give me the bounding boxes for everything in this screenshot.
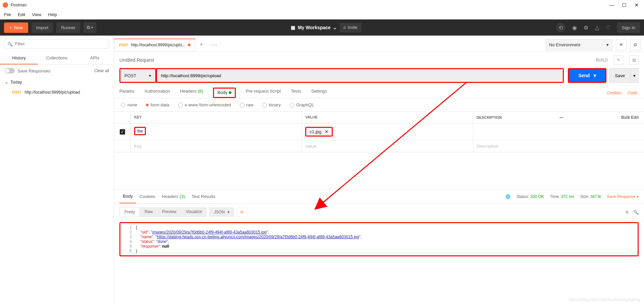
view-visualize[interactable]: Visualize <box>181 207 207 217</box>
code-link[interactable]: Code <box>628 91 637 95</box>
tab-settings[interactable]: Settings <box>311 89 327 97</box>
chevron-down-icon: ▾ <box>149 73 151 78</box>
search-response-icon[interactable]: 🔍 <box>633 210 639 215</box>
method-dropdown[interactable]: POST▾ <box>119 68 156 83</box>
toolbar: +New Import Runner ⧉ ▾ ▦ My Workspace ⌵ … <box>0 19 644 36</box>
description-input[interactable] <box>477 129 641 134</box>
bulk-edit-link[interactable]: Bulk Edit <box>621 115 641 120</box>
close-icon[interactable]: ✕ <box>635 2 639 8</box>
body-type-none[interactable]: none <box>121 102 137 107</box>
file-chip[interactable]: c1.jpg ✕ <box>305 127 333 137</box>
resp-tab-test-results[interactable]: Test Results <box>188 190 219 203</box>
new-button[interactable]: +New <box>4 22 28 33</box>
comment-icon[interactable]: ✎ <box>614 55 623 65</box>
formdata-table: KEY VALUE DESCRIPTION ••• Bulk Edit ✓ fi… <box>114 111 644 152</box>
size-value: 347 B <box>590 194 601 199</box>
resp-tab-cookies[interactable]: Cookies <box>136 190 159 203</box>
content: POST http://localhost:8999/pic/uplo... +… <box>114 36 644 304</box>
environment-dropdown[interactable]: No Environment▾ <box>545 39 612 50</box>
runner-button[interactable]: Runner <box>56 22 80 33</box>
menu-edit[interactable]: Edit <box>18 12 25 17</box>
filter-input[interactable] <box>5 39 109 49</box>
remove-file-icon[interactable]: ✕ <box>325 129 328 134</box>
tab-params[interactable]: Params <box>119 89 135 97</box>
wrap-lines-button[interactable]: ⟲ <box>237 207 247 217</box>
view-preview[interactable]: Preview <box>157 207 181 217</box>
body-type-graphql[interactable]: GraphQL <box>289 102 314 107</box>
save-responses-toggle[interactable] <box>5 68 15 73</box>
heart-icon[interactable]: ♡ <box>606 24 610 31</box>
grid-icon: ▦ <box>291 25 295 30</box>
response-pane: Body Cookies Headers (3) Test Results 🌐 … <box>114 189 644 304</box>
table-row: ✓ file c1.jpg ✕ <box>114 123 644 140</box>
open-new-window-button[interactable]: ⧉ ▾ <box>84 22 96 33</box>
resp-tab-headers[interactable]: Headers (3) <box>159 190 189 203</box>
capture-icon[interactable]: ◉ <box>572 24 577 31</box>
save-button[interactable]: Save <box>609 68 631 83</box>
description-input[interactable] <box>477 144 641 149</box>
environment-quick-look-button[interactable]: 👁 <box>616 39 627 50</box>
request-name[interactable]: Untitled Request <box>119 57 154 63</box>
url-input[interactable] <box>156 68 564 83</box>
value-input[interactable] <box>305 144 469 149</box>
tab-headers[interactable]: Headers (8) <box>180 89 203 97</box>
body-type-raw[interactable]: raw <box>240 102 254 107</box>
save-dropdown-button[interactable]: ▾ <box>631 68 639 83</box>
row-checkbox[interactable]: ✓ <box>120 129 125 135</box>
watermark: https://blog.csdn.net/chuanchengdabing <box>569 297 640 302</box>
sidebar-tab-apis[interactable]: APIs <box>76 52 114 64</box>
sync-icon[interactable]: ⟲ <box>556 23 566 32</box>
bell-icon[interactable]: △ <box>595 24 599 31</box>
key-input[interactable] <box>134 144 298 149</box>
add-tab-button[interactable]: + <box>196 38 207 52</box>
sidebar-tab-history[interactable]: History <box>0 52 38 64</box>
menubar: File Edit View Help <box>0 10 644 19</box>
build-label[interactable]: BUILD <box>596 58 608 62</box>
clear-all-link[interactable]: Clear all <box>94 68 109 73</box>
signin-button[interactable]: Sign In <box>617 22 640 33</box>
tabs-menu-button[interactable]: ⋯ <box>207 38 221 52</box>
tab-prerequest[interactable]: Pre-request Script <box>246 89 281 97</box>
import-button[interactable]: Import <box>32 22 53 33</box>
table-options-button[interactable]: ••• <box>559 115 564 119</box>
environment-settings-button[interactable]: ⚙ <box>630 39 641 50</box>
menu-help[interactable]: Help <box>48 12 57 17</box>
body-type-xwww[interactable]: x-www-form-urlencoded <box>178 102 231 107</box>
key-cell[interactable]: file <box>134 127 146 135</box>
menu-view[interactable]: View <box>32 12 41 17</box>
resp-tab-body[interactable]: Body <box>119 190 136 203</box>
request-tab[interactable]: POST http://localhost:8999/pic/uplo... <box>114 39 196 51</box>
history-item[interactable]: POST http://localhost:8999/pic/upload <box>0 87 114 97</box>
body-type-formdata[interactable]: form-data <box>146 102 169 107</box>
view-pretty[interactable]: Pretty <box>119 207 140 217</box>
search-icon: 🔍 <box>7 41 13 46</box>
cookies-link[interactable]: Cookies <box>607 91 622 95</box>
sidebar-tab-collections[interactable]: Collections <box>38 52 76 64</box>
invite-button[interactable]: ⎋Invite <box>339 23 362 32</box>
body-type-binary[interactable]: binary <box>262 102 281 107</box>
copy-icon[interactable]: ⎘ <box>626 210 629 215</box>
workspace-dropdown[interactable]: ▦ My Workspace ⌵ <box>291 25 336 30</box>
save-response-dropdown[interactable]: Save Response ▾ <box>607 194 639 199</box>
window-controls: — ☐ ✕ <box>609 2 641 8</box>
tab-authorization[interactable]: Authorization <box>145 89 170 97</box>
today-group[interactable]: ⌄ Today <box>0 77 114 87</box>
response-body[interactable]: 1{ 2 "uid": "images/2020/09/29/a7f0d6b0-… <box>119 222 639 256</box>
format-dropdown[interactable]: JSON ▾ <box>209 207 234 217</box>
time-value: 372 ms <box>561 194 574 199</box>
docs-icon[interactable]: ▤ <box>629 55 639 65</box>
settings-icon[interactable]: ⚙ <box>584 24 588 31</box>
menu-file[interactable]: File <box>4 12 11 17</box>
maximize-icon[interactable]: ☐ <box>622 2 627 8</box>
app-logo <box>3 2 8 8</box>
minimize-icon[interactable]: — <box>609 2 614 8</box>
file-name: c1.jpg <box>310 129 321 134</box>
send-button[interactable]: Send▾ <box>568 68 606 83</box>
globe-icon[interactable]: 🌐 <box>505 194 511 199</box>
tab-tests[interactable]: Tests <box>291 89 301 97</box>
table-row <box>114 140 644 152</box>
active-dot-icon <box>229 91 231 94</box>
tab-body[interactable]: Body <box>213 88 235 98</box>
view-raw[interactable]: Raw <box>140 207 157 217</box>
request-tab-title: http://localhost:8999/pic/uplo... <box>131 43 185 47</box>
